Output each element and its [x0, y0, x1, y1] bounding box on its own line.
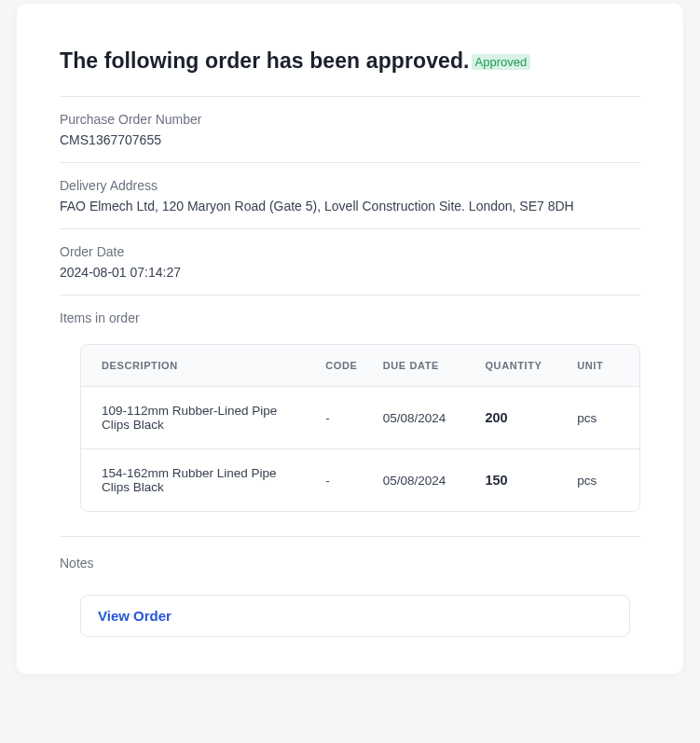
cell-code: - [316, 387, 373, 449]
cell-code: - [316, 449, 373, 512]
table-header-row: DESCRIPTION CODE DUE DATE QUANTITY UNIT [81, 345, 639, 387]
date-label: Order Date [60, 244, 640, 259]
table-row: 154-162mm Rubber Lined Pipe Clips Black … [81, 449, 639, 512]
col-unit: UNIT [568, 345, 639, 387]
cell-description: 154-162mm Rubber Lined Pipe Clips Black [81, 449, 316, 512]
table-row: 109-112mm Rubber-Lined Pipe Clips Black … [81, 387, 639, 449]
date-value: 2024-08-01 07:14:27 [60, 265, 640, 280]
notes-label: Notes [60, 556, 640, 571]
col-code: CODE [316, 345, 373, 387]
date-section: Order Date 2024-08-01 07:14:27 [60, 228, 640, 295]
po-section: Purchase Order Number CMS1367707655 [60, 96, 640, 162]
notes-section: Notes [60, 536, 640, 595]
cell-description: 109-112mm Rubber-Lined Pipe Clips Black [81, 387, 316, 449]
items-section: Items in order DESCRIPTION CODE DUE DATE… [60, 295, 640, 512]
order-card: The following order has been approved. A… [17, 4, 683, 674]
po-value: CMS1367707655 [60, 132, 640, 147]
cell-quantity: 150 [475, 449, 568, 512]
address-value: FAO Elmech Ltd, 120 Maryon Road (Gate 5)… [60, 199, 640, 213]
cell-due-date: 05/08/2024 [374, 449, 476, 512]
address-section: Delivery Address FAO Elmech Ltd, 120 Mar… [60, 162, 640, 228]
items-label: Items in order [60, 310, 640, 325]
cell-unit: pcs [568, 449, 639, 512]
view-order-button[interactable]: View Order [80, 595, 630, 637]
po-label: Purchase Order Number [60, 112, 640, 127]
col-due-date: DUE DATE [374, 345, 476, 387]
status-badge: Approved [472, 54, 531, 70]
col-quantity: QUANTITY [475, 345, 568, 387]
cell-unit: pcs [568, 387, 639, 449]
cell-due-date: 05/08/2024 [374, 387, 476, 449]
page-title: The following order has been approved. [60, 48, 470, 74]
col-description: DESCRIPTION [81, 345, 316, 387]
address-label: Delivery Address [60, 178, 640, 193]
items-table-wrap: DESCRIPTION CODE DUE DATE QUANTITY UNIT … [80, 344, 640, 512]
items-table: DESCRIPTION CODE DUE DATE QUANTITY UNIT … [81, 345, 639, 511]
cell-quantity: 200 [475, 387, 568, 449]
heading-row: The following order has been approved. A… [60, 48, 640, 74]
